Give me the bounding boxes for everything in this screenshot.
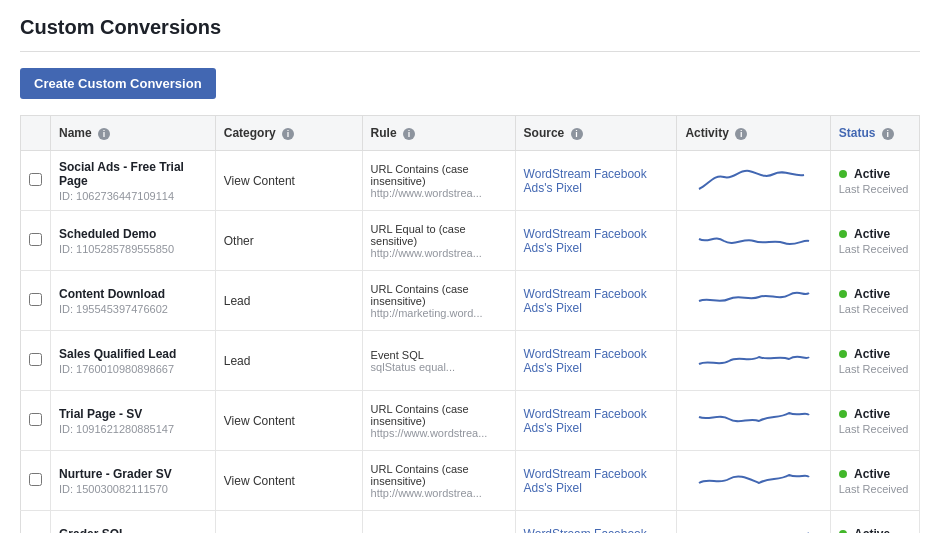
status-active-container: Active Last Received [839, 347, 911, 375]
rule-info-icon[interactable]: i [403, 128, 415, 140]
sparkline-chart [694, 339, 814, 379]
status-received: Last Received [839, 363, 911, 375]
row-name-cell: Scheduled DemoID: 1105285789555850 [51, 211, 216, 271]
header-checkbox-cell [21, 116, 51, 151]
row-rule: URL Contains (caseinsensitive)http://www… [362, 151, 515, 211]
row-id: ID: 1091621280885147 [59, 423, 207, 435]
header-rule: Rule i [362, 116, 515, 151]
row-status: Active Last Received [830, 151, 919, 211]
row-category: Lead [215, 511, 362, 534]
row-category: Other [215, 211, 362, 271]
status-received: Last Received [839, 483, 911, 495]
row-category: View Content [215, 391, 362, 451]
row-name-cell: Social Ads - Free Trial PageID: 10627364… [51, 151, 216, 211]
source-link[interactable]: WordStream Facebook Ads's Pixel [524, 287, 647, 315]
source-link[interactable]: WordStream Facebook Ads's Pixel [524, 467, 647, 495]
header-status: Status i [830, 116, 919, 151]
row-checkbox-cell [21, 331, 51, 391]
row-checkbox[interactable] [29, 173, 42, 186]
row-name-cell: Trial Page - SVID: 1091621280885147 [51, 391, 216, 451]
row-source: WordStream Facebook Ads's Pixel [515, 391, 677, 451]
row-rule: URL Contains (caseinsensitive)http://mar… [362, 271, 515, 331]
status-dot [839, 230, 847, 238]
status-active-container: Active Last Received [839, 227, 911, 255]
row-checkbox-cell [21, 451, 51, 511]
status-info-icon[interactable]: i [882, 128, 894, 140]
row-checkbox-cell [21, 211, 51, 271]
status-received: Last Received [839, 423, 911, 435]
row-rule: Event SQLsqlStatus equal... [362, 331, 515, 391]
category-info-icon[interactable]: i [282, 128, 294, 140]
row-rule: Event GraderSQL [362, 511, 515, 534]
status-dot [839, 530, 847, 534]
sparkline-chart [694, 459, 814, 499]
row-rule: URL Contains (caseinsensitive)http://www… [362, 451, 515, 511]
row-status: Active Last Received [830, 391, 919, 451]
row-id: ID: 1760010980898667 [59, 363, 207, 375]
row-checkbox[interactable] [29, 473, 42, 486]
status-active-container: Active Last Received [839, 467, 911, 495]
row-category: View Content [215, 451, 362, 511]
row-status: Active Last Received [830, 451, 919, 511]
row-source: WordStream Facebook Ads's Pixel [515, 211, 677, 271]
status-label: Active [854, 527, 890, 534]
row-activity [677, 151, 830, 211]
source-link[interactable]: WordStream Facebook Ads's Pixel [524, 527, 647, 534]
status-label-row: Active [839, 347, 911, 361]
status-label-row: Active [839, 167, 911, 181]
source-link[interactable]: WordStream Facebook Ads's Pixel [524, 407, 647, 435]
row-id: ID: 1105285789555850 [59, 243, 207, 255]
row-id: ID: 1062736447109114 [59, 190, 207, 202]
row-status: Active Last Received [830, 271, 919, 331]
row-activity [677, 391, 830, 451]
status-label: Active [854, 227, 890, 241]
row-name-cell: Sales Qualified LeadID: 1760010980898667 [51, 331, 216, 391]
row-rule: URL Contains (caseinsensitive)https://ww… [362, 391, 515, 451]
source-link[interactable]: WordStream Facebook Ads's Pixel [524, 167, 647, 195]
status-received: Last Received [839, 183, 911, 195]
status-dot [839, 290, 847, 298]
status-label: Active [854, 407, 890, 421]
row-source: WordStream Facebook Ads's Pixel [515, 511, 677, 534]
source-link[interactable]: WordStream Facebook Ads's Pixel [524, 227, 647, 255]
status-received: Last Received [839, 303, 911, 315]
row-activity [677, 451, 830, 511]
source-info-icon[interactable]: i [571, 128, 583, 140]
row-id: ID: 150030082111570 [59, 483, 207, 495]
row-name-cell: Grader SQLID: 268901100169277 [51, 511, 216, 534]
table-header-row: Name i Category i Rule i Source i Activi… [21, 116, 920, 151]
source-link[interactable]: WordStream Facebook Ads's Pixel [524, 347, 647, 375]
status-label-row: Active [839, 287, 911, 301]
table-row: Grader SQLID: 268901100169277LeadEvent G… [21, 511, 920, 534]
status-label: Active [854, 287, 890, 301]
table-row: Content DownloadID: 195545397476602LeadU… [21, 271, 920, 331]
status-active-container: Active Last Received [839, 167, 911, 195]
status-dot [839, 410, 847, 418]
row-name: Sales Qualified Lead [59, 347, 207, 361]
row-name: Content Download [59, 287, 207, 301]
row-name: Nurture - Grader SV [59, 467, 207, 481]
row-activity [677, 511, 830, 534]
row-source: WordStream Facebook Ads's Pixel [515, 451, 677, 511]
row-checkbox[interactable] [29, 413, 42, 426]
status-active-container: Active Last Received [839, 407, 911, 435]
create-custom-conversion-button[interactable]: Create Custom Conversion [20, 68, 216, 99]
row-category: Lead [215, 331, 362, 391]
status-active-container: Active Last Received [839, 287, 911, 315]
row-status: Active Last Received [830, 331, 919, 391]
row-checkbox[interactable] [29, 233, 42, 246]
row-checkbox[interactable] [29, 353, 42, 366]
row-id: ID: 195545397476602 [59, 303, 207, 315]
row-activity [677, 331, 830, 391]
row-source: WordStream Facebook Ads's Pixel [515, 151, 677, 211]
row-checkbox[interactable] [29, 293, 42, 306]
sparkline-chart [694, 279, 814, 319]
header-source: Source i [515, 116, 677, 151]
status-label-row: Active [839, 467, 911, 481]
sparkline-chart [694, 219, 814, 259]
header-activity: Activity i [677, 116, 830, 151]
activity-info-icon[interactable]: i [735, 128, 747, 140]
name-info-icon[interactable]: i [98, 128, 110, 140]
status-label: Active [854, 467, 890, 481]
row-activity [677, 271, 830, 331]
